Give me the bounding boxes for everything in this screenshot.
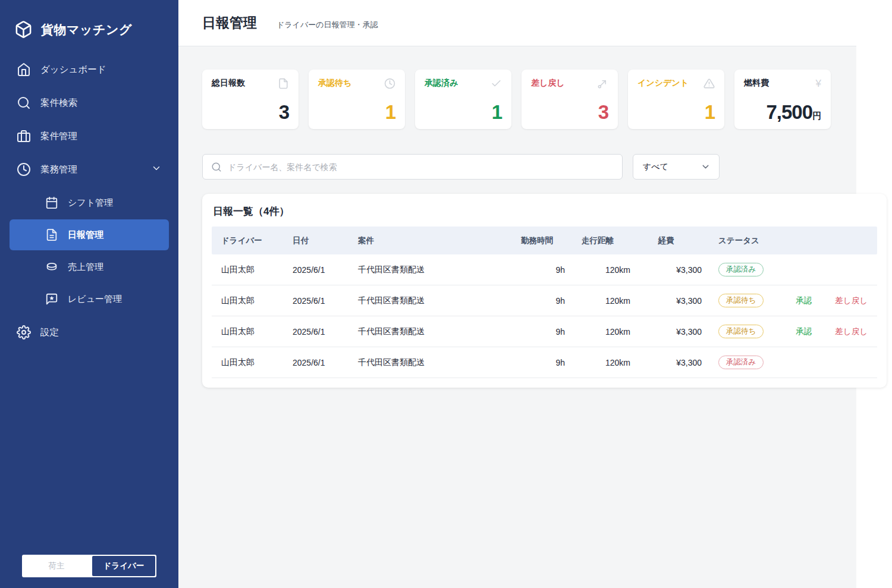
cell-hours: 9h [509, 327, 565, 337]
cell-status: 承認済み [702, 356, 877, 370]
cell-hours: 9h [509, 265, 565, 275]
column-header-status: ステータス [702, 235, 877, 246]
page-subtitle: ドライバーの日報管理・承認 [277, 20, 378, 30]
sidebar-item-operations[interactable]: 業務管理 [0, 153, 178, 186]
search-input[interactable] [228, 162, 614, 172]
status-filter-select[interactable]: すべて [633, 154, 720, 180]
stat-label: 差し戻し [531, 78, 565, 89]
check-icon [491, 78, 502, 92]
cell-hours: 9h [509, 358, 565, 367]
page-title: 日報管理 [202, 14, 257, 32]
alert-circle-icon [822, 296, 832, 306]
calendar-icon [45, 196, 58, 209]
status-badge: 承認待ち [718, 294, 764, 308]
table-row: 山田太郎 2025/6/1 千代田区書類配送 9h 120km ¥3,300 承… [212, 285, 877, 316]
sidebar-subitem-sales[interactable]: 売上管理 [10, 251, 169, 282]
column-header-project: 案件 [348, 235, 509, 246]
clock-icon [17, 162, 31, 177]
status-badge: 承認済み [718, 356, 764, 370]
database-icon [45, 260, 58, 273]
column-header-distance: 走行距離 [565, 235, 630, 246]
return-button-label: 差し戻し [835, 295, 868, 306]
chevron-down-icon [701, 162, 711, 172]
row-actions: 承認 差し戻し [783, 295, 868, 306]
stat-label: 総日報数 [212, 78, 245, 89]
stat-card-returned: 差し戻し 3 [522, 70, 618, 129]
role-toggle-shipper[interactable]: 荷主 [22, 555, 91, 577]
sidebar-item-job-management[interactable]: 案件管理 [0, 120, 178, 153]
cell-date: 2025/6/1 [283, 296, 348, 306]
stat-suffix: 円 [812, 111, 821, 121]
status-filter-value: すべて [643, 162, 668, 172]
status-badge: 承認済み [718, 263, 764, 277]
stat-label: 燃料費 [744, 78, 769, 89]
stat-card-pending: 承認待ち 1 [309, 70, 405, 129]
content-column: 日報管理 ドライバーの日報管理・承認 総日報数 3 承認待ち [178, 0, 856, 588]
cell-status: 承認待ち 承認 差し戻し [702, 325, 877, 339]
cell-distance: 120km [565, 358, 630, 367]
stat-card-total-reports: 総日報数 3 [202, 70, 299, 129]
cell-driver: 山田太郎 [212, 295, 283, 306]
briefcase-icon [17, 129, 31, 143]
cell-distance: 120km [565, 327, 630, 337]
table-body: 山田太郎 2025/6/1 千代田区書類配送 9h 120km ¥3,300 承… [212, 254, 877, 378]
cell-status: 承認済み [702, 263, 877, 277]
sidebar-item-dashboard[interactable]: ダッシュボード [0, 53, 178, 86]
sidebar-subitem-shift[interactable]: シフト管理 [10, 187, 169, 218]
table-header-row: ドライバー 日付 案件 勤務時間 走行距離 経費 ステータス [212, 227, 877, 254]
table-row: 山田太郎 2025/6/1 千代田区書類配送 9h 120km ¥3,300 承… [212, 254, 877, 285]
cell-project: 千代田区書類配送 [348, 357, 509, 368]
cell-driver: 山田太郎 [212, 326, 283, 337]
search-icon [17, 96, 31, 110]
sidebar-item-label: 設定 [40, 326, 59, 339]
cell-project: 千代田区書類配送 [348, 265, 509, 275]
table-row: 山田太郎 2025/6/1 千代田区書類配送 9h 120km ¥3,300 承… [212, 347, 877, 378]
sidebar-item-label: ダッシュボード [40, 64, 106, 76]
table-row: 山田太郎 2025/6/1 千代田区書類配送 9h 120km ¥3,300 承… [212, 316, 877, 347]
cell-date: 2025/6/1 [283, 327, 348, 337]
app-logo: 貨物マッチング [0, 0, 178, 45]
page-content: 総日報数 3 承認待ち 1 承認済み [178, 46, 856, 588]
app-title: 貨物マッチング [41, 21, 132, 38]
stat-value: 7,500円 [744, 102, 821, 122]
page-header: 日報管理 ドライバーの日報管理・承認 [178, 0, 856, 46]
stat-value: 1 [318, 102, 395, 122]
sidebar-subitem-daily-report[interactable]: 日報管理 [10, 219, 169, 250]
stat-label: 承認待ち [318, 78, 351, 89]
return-button-label: 差し戻し [835, 326, 868, 337]
cell-distance: 120km [565, 265, 630, 275]
sidebar-item-settings[interactable]: 設定 [0, 316, 178, 349]
cell-expense: ¥3,300 [630, 296, 702, 306]
sidebar-subitem-label: レビュー管理 [68, 294, 122, 305]
cell-driver: 山田太郎 [212, 357, 283, 368]
approve-button[interactable]: 承認 [783, 295, 812, 306]
sidebar-item-label: 案件管理 [40, 130, 77, 143]
column-header-hours: 勤務時間 [509, 235, 565, 246]
clock-icon [384, 78, 395, 92]
search-icon [211, 162, 222, 172]
approve-button[interactable]: 承認 [783, 326, 812, 337]
cell-expense: ¥3,300 [630, 358, 702, 367]
file-text-icon [45, 228, 58, 241]
return-button[interactable]: 差し戻し [822, 295, 868, 306]
status-badge: 承認待ち [718, 325, 764, 339]
approve-button-label: 承認 [796, 326, 812, 337]
column-header-date: 日付 [283, 235, 348, 246]
sidebar-nav: ダッシュボード 案件検索 案件管理 業務管理 シフト管理 日報管理 [0, 53, 178, 349]
return-button[interactable]: 差し戻し [822, 326, 868, 337]
approve-button-label: 承認 [796, 295, 812, 306]
sidebar-subitem-label: 売上管理 [68, 262, 103, 273]
home-icon [17, 62, 31, 77]
sidebar-subitem-reviews[interactable]: レビュー管理 [10, 284, 169, 315]
sidebar-item-job-search[interactable]: 案件検索 [0, 86, 178, 120]
stat-card-fuel-cost: 燃料費 ¥ 7,500円 [734, 70, 831, 129]
role-toggle-driver[interactable]: ドライバー [91, 555, 156, 577]
sidebar: 貨物マッチング ダッシュボード 案件検索 案件管理 業務管理 [0, 0, 178, 588]
cell-date: 2025/6/1 [283, 358, 348, 367]
sidebar-item-label: 業務管理 [40, 163, 77, 176]
report-list-card: 日報一覧（4件） ドライバー 日付 案件 勤務時間 走行距離 経費 ステータス … [202, 194, 887, 388]
filter-bar: すべて [202, 154, 856, 180]
cell-expense: ¥3,300 [630, 327, 702, 337]
file-icon [278, 78, 289, 92]
cell-project: 千代田区書類配送 [348, 326, 509, 337]
